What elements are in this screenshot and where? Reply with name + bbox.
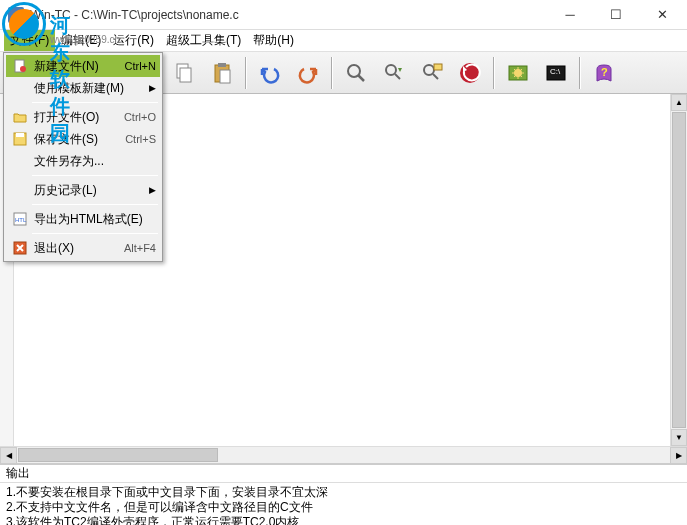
menu-save-as[interactable]: 文件另存为... <box>6 150 160 172</box>
close-button[interactable]: ✕ <box>639 0 685 30</box>
scroll-right-button[interactable]: ▶ <box>670 447 687 464</box>
menu-new-file[interactable]: 新建文件(N) Ctrl+N <box>6 55 160 77</box>
menu-export-html[interactable]: HTL 导出为HTML格式(E) <box>6 208 160 230</box>
scroll-left-button[interactable]: ◀ <box>0 447 17 464</box>
output-header: 输出 <box>0 465 687 483</box>
menu-help[interactable]: 帮助(H) <box>247 30 300 51</box>
svg-point-13 <box>424 65 434 75</box>
menubar: 文件(F) 编辑(E) 运行(R) 超级工具集(T) 帮助(H) <box>0 30 687 52</box>
menu-run[interactable]: 运行(R) <box>107 30 160 51</box>
scroll-up-button[interactable]: ▲ <box>671 94 687 111</box>
file-menu-dropdown: 新建文件(N) Ctrl+N 使用模板新建(M) ▶ 打开文件(O) Ctrl+… <box>3 52 163 262</box>
svg-rect-9 <box>218 63 226 67</box>
svg-text:?: ? <box>601 66 608 78</box>
undo-button[interactable] <box>252 55 288 91</box>
scroll-thumb-h[interactable] <box>18 448 218 462</box>
menu-exit[interactable]: 退出(X) Alt+F4 <box>6 237 160 259</box>
scroll-down-button[interactable]: ▼ <box>671 429 687 446</box>
horizontal-scrollbar[interactable]: ◀ ▶ <box>0 446 687 463</box>
svg-rect-7 <box>180 68 191 82</box>
menu-new-from-template[interactable]: 使用模板新建(M) ▶ <box>6 77 160 99</box>
submenu-arrow-icon: ▶ <box>149 83 156 93</box>
exit-icon <box>10 240 30 256</box>
svg-text:C:\: C:\ <box>550 67 561 76</box>
menu-history[interactable]: 历史记录(L) ▶ <box>6 179 160 201</box>
copy-button[interactable] <box>166 55 202 91</box>
menu-save-file[interactable]: 保存文件(S) Ctrl+S <box>6 128 160 150</box>
settings-button[interactable] <box>500 55 536 91</box>
maximize-button[interactable]: ☐ <box>593 0 639 30</box>
menu-separator <box>32 175 158 176</box>
menu-edit[interactable]: 编辑(E) <box>55 30 107 51</box>
console-button[interactable]: C:\ <box>538 55 574 91</box>
svg-text:HTL: HTL <box>15 217 27 223</box>
vertical-scrollbar[interactable]: ▲ ▼ <box>670 94 687 446</box>
redo-button[interactable] <box>290 55 326 91</box>
scroll-thumb-v[interactable] <box>672 112 686 428</box>
paste-button[interactable] <box>204 55 240 91</box>
svg-point-22 <box>20 66 26 72</box>
menu-separator <box>32 102 158 103</box>
minimize-button[interactable]: ─ <box>547 0 593 30</box>
menu-separator <box>32 204 158 205</box>
html-icon: HTL <box>10 211 30 227</box>
svg-rect-14 <box>434 64 442 70</box>
submenu-arrow-icon: ▶ <box>149 185 156 195</box>
svg-rect-10 <box>220 70 230 83</box>
output-panel: 输出 1.不要安装在根目录下面或中文目录下面，安装目录不宜太深 2.不支持中文文… <box>0 463 687 525</box>
menu-open-file[interactable]: 打开文件(O) Ctrl+O <box>6 106 160 128</box>
output-body[interactable]: 1.不要安装在根目录下面或中文目录下面，安装目录不宜太深 2.不支持中文文件名，… <box>0 483 687 525</box>
find-next-button[interactable] <box>376 55 412 91</box>
open-icon <box>10 109 30 125</box>
save-icon <box>10 131 30 147</box>
new-file-icon <box>10 58 30 74</box>
menu-tools[interactable]: 超级工具集(T) <box>160 30 247 51</box>
titlebar: Win-TC - C:\Win-TC\projects\noname.c ─ ☐… <box>0 0 687 30</box>
menu-file[interactable]: 文件(F) <box>4 30 55 51</box>
window-title: Win-TC - C:\Win-TC\projects\noname.c <box>30 8 547 22</box>
svg-rect-24 <box>16 133 24 137</box>
compile-run-button[interactable] <box>452 55 488 91</box>
app-icon <box>8 7 24 23</box>
find-button[interactable] <box>338 55 374 91</box>
svg-point-12 <box>386 65 396 75</box>
replace-button[interactable] <box>414 55 450 91</box>
menu-separator <box>32 233 158 234</box>
help-button[interactable]: ? <box>586 55 622 91</box>
